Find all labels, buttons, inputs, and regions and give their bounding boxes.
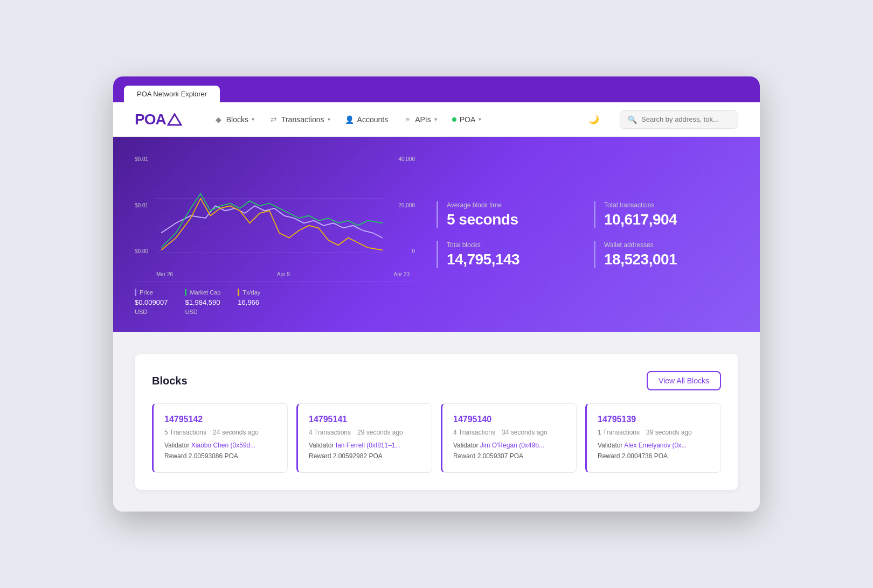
- validator-name-0[interactable]: Xiaobo Chen (0x59d...: [191, 442, 255, 449]
- stat-total-transactions: Total transactions 10,617,904: [594, 201, 738, 228]
- block-number-2[interactable]: 14795140: [453, 415, 565, 424]
- chart-x-label-apr23: Apr 23: [394, 271, 410, 277]
- svg-marker-0: [168, 114, 181, 125]
- legend-price-sub: USD: [135, 309, 168, 315]
- block-tx-count-2: 4 Transactions: [453, 429, 495, 436]
- validator-prefix-1: Validator: [309, 442, 336, 449]
- block-tx-count-3: 1 Transactions: [598, 429, 640, 436]
- chart-legend: Price $0.009007 USD Market Cap $1,984,59…: [135, 282, 415, 315]
- search-icon: 🔍: [628, 115, 637, 124]
- chart-y-label-mid: $0.01: [135, 202, 148, 208]
- reward-label-3: Reward: [598, 452, 622, 460]
- moon-icon: 🌙: [588, 114, 599, 124]
- stat-wallet-value: 18,523,001: [604, 251, 738, 268]
- block-details-1: Validator Ian Ferrell (0xf811–1... Rewar…: [309, 440, 421, 461]
- reward-label-0: Reward: [164, 452, 189, 460]
- chart-y-label-bot: $0.00: [135, 248, 148, 254]
- nav-item-poa[interactable]: POA ▾: [446, 111, 488, 128]
- chart-area: $0.01 $0.01 $0.00 40,000 20,000 0: [135, 154, 415, 315]
- validator-name-2[interactable]: Jim O'Regan (0x49b...: [480, 442, 544, 449]
- chart-right-label-mid: 20,000: [398, 202, 415, 208]
- logo[interactable]: POA: [135, 111, 182, 128]
- legend-price-label: Price: [135, 289, 168, 296]
- hero-section: $0.01 $0.01 $0.00 40,000 20,000 0: [113, 137, 760, 332]
- block-time-0: 24 seconds ago: [213, 429, 259, 436]
- txday-legend-bar: [238, 289, 239, 296]
- search-input[interactable]: [641, 115, 728, 123]
- nav-transactions-label: Transactions: [281, 115, 324, 124]
- block-details-2: Validator Jim O'Regan (0x49b... Reward 2…: [453, 440, 565, 461]
- blocks-icon: ◆: [214, 115, 223, 124]
- chart-x-label-mar: Mar 26: [156, 271, 173, 277]
- poa-chevron-icon: ▾: [479, 116, 481, 122]
- price-legend-bar: [135, 289, 136, 296]
- block-meta-1: 4 Transactions 29 seconds ago: [309, 429, 421, 436]
- accounts-icon: 👤: [345, 115, 354, 124]
- stat-total-tx-value: 10,617,904: [604, 211, 738, 228]
- validator-name-3[interactable]: Alex Emelyanov (0x...: [624, 442, 687, 449]
- reward-value-1: 2.00592982 POA: [333, 452, 383, 460]
- nav-item-blocks[interactable]: ◆ Blocks ▾: [208, 111, 261, 128]
- stat-avg-block-time: Average block time 5 seconds: [436, 201, 581, 228]
- stat-total-blocks-value: 14,795,143: [447, 251, 581, 268]
- nav-item-apis[interactable]: ≡ APIs ▾: [397, 111, 444, 128]
- browser-window: POA Network Explorer POA ◆ Blocks ▾ ⇄ Tr…: [113, 76, 760, 511]
- nav-blocks-label: Blocks: [226, 115, 248, 124]
- validator-prefix-2: Validator: [453, 442, 480, 449]
- stat-avg-block-time-label: Average block time: [447, 201, 581, 209]
- block-card-3: 14795139 1 Transactions 39 seconds ago V…: [585, 403, 721, 472]
- block-details-3: Validator Alex Emelyanov (0x... Reward 2…: [598, 440, 710, 461]
- block-details-0: Validator Xiaobo Chen (0x59d... Reward 2…: [164, 440, 276, 461]
- block-tx-count-0: 5 Transactions: [164, 429, 206, 436]
- legend-txday-value: 16,966: [238, 298, 260, 306]
- nav-item-accounts[interactable]: 👤 Accounts: [339, 111, 395, 128]
- stat-total-blocks-label: Total blocks: [447, 241, 581, 249]
- stat-wallet-addresses: Wallet addresses 18,523,001: [594, 241, 738, 268]
- view-all-blocks-button[interactable]: View All Blocks: [647, 371, 721, 390]
- legend-price-value: $0.009007: [135, 298, 168, 306]
- nav-apis-label: APIs: [415, 115, 431, 124]
- apis-chevron-icon: ▾: [434, 116, 437, 122]
- blocks-grid: 14795142 5 Transactions 24 seconds ago V…: [152, 403, 721, 472]
- block-time-2: 34 seconds ago: [502, 429, 548, 436]
- chart-x-labels: Mar 26 Apr 9 Apr 23: [135, 269, 410, 277]
- chart-right-label-top: 40,000: [398, 156, 415, 162]
- blocks-section-header: Blocks View All Blocks: [152, 371, 721, 390]
- validator-name-1[interactable]: Ian Ferrell (0xf811–1...: [336, 442, 401, 449]
- block-number-1[interactable]: 14795141: [309, 415, 421, 424]
- nav-item-transactions[interactable]: ⇄ Transactions ▾: [263, 111, 337, 128]
- legend-tx-day: Tx/day 16,966: [238, 289, 260, 315]
- tab-label: POA Network Explorer: [137, 90, 207, 98]
- stat-wallet-label: Wallet addresses: [604, 241, 738, 249]
- reward-value-3: 2.0004736 POA: [622, 452, 668, 460]
- poa-status-dot: [452, 117, 456, 122]
- stat-total-blocks: Total blocks 14,795,143: [436, 241, 581, 268]
- browser-tab[interactable]: POA Network Explorer: [124, 86, 220, 102]
- blocks-chevron-icon: ▾: [252, 116, 254, 122]
- block-number-0[interactable]: 14795142: [164, 415, 276, 424]
- blocks-section-title: Blocks: [152, 375, 188, 387]
- marketcap-legend-bar: [185, 289, 186, 296]
- block-tx-count-1: 4 Transactions: [309, 429, 351, 436]
- nav-items: ◆ Blocks ▾ ⇄ Transactions ▾ 👤 Accounts ≡…: [208, 111, 568, 128]
- blocks-section-card: Blocks View All Blocks 14795142 5 Transa…: [135, 354, 738, 489]
- search-bar[interactable]: 🔍: [620, 110, 738, 129]
- reward-value-0: 2.00593086 POA: [189, 452, 238, 460]
- chart-container: $0.01 $0.01 $0.00 40,000 20,000 0: [135, 154, 415, 277]
- legend-txday-label: Tx/day: [238, 289, 260, 296]
- validator-prefix-0: Validator: [164, 442, 191, 449]
- main-content: Blocks View All Blocks 14795142 5 Transa…: [113, 332, 760, 511]
- chart-y-label-top: $0.01: [135, 156, 148, 162]
- stats-area: Average block time 5 seconds Total trans…: [436, 154, 738, 315]
- block-card-2: 14795140 4 Transactions 34 seconds ago V…: [441, 403, 577, 472]
- block-meta-0: 5 Transactions 24 seconds ago: [164, 429, 276, 436]
- transactions-chevron-icon: ▾: [328, 116, 330, 122]
- logo-text: POA: [135, 111, 166, 128]
- browser-tab-strip: POA Network Explorer: [113, 76, 760, 102]
- legend-marketcap-label: Market Cap: [185, 289, 220, 296]
- dark-mode-button[interactable]: 🌙: [585, 111, 602, 128]
- block-number-3[interactable]: 14795139: [598, 415, 710, 424]
- chart-x-label-apr9: Apr 9: [277, 271, 290, 277]
- legend-marketcap-value: $1,984,590: [185, 298, 220, 306]
- legend-marketcap-sub: USD: [185, 309, 220, 315]
